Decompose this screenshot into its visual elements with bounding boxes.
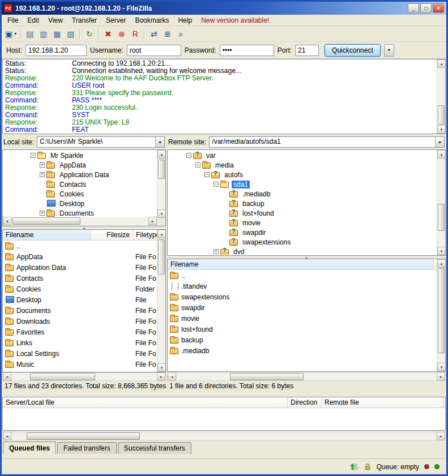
file-row[interactable]: swapextensions: [168, 291, 436, 302]
tree-item-label[interactable]: dvd: [232, 248, 246, 255]
expander-icon[interactable]: +: [40, 211, 45, 216]
toolbar-icon[interactable]: [98, 29, 99, 39]
scroll-down-button[interactable]: ▼: [437, 247, 446, 255]
file-row[interactable]: ..: [3, 241, 156, 251]
remote-list-vertical-scrollbar[interactable]: ▲ ▼: [437, 259, 445, 371]
expander-icon[interactable]: −: [31, 153, 36, 158]
scroll-right-button[interactable]: ►: [437, 432, 445, 440]
file-row[interactable]: Music File Folder: [3, 359, 156, 370]
expander-icon[interactable]: −: [214, 182, 219, 187]
expander-icon[interactable]: +: [40, 172, 45, 177]
expander-icon[interactable]: −: [204, 172, 210, 177]
scroll-left-button[interactable]: ◄: [168, 372, 176, 381]
toggle-local-tree-icon[interactable]: ▥: [37, 28, 50, 40]
file-row[interactable]: ..: [168, 270, 436, 281]
titlebar[interactable]: FZ 192.168.1.20 - root@192.168.1.20 - Fi…: [2, 2, 446, 15]
scroll-left-button[interactable]: ◄: [3, 217, 11, 225]
tree-item-label[interactable]: swapextensions: [241, 238, 292, 246]
tree-item-label[interactable]: sda1: [232, 181, 250, 188]
tree-item-label[interactable]: Contacts: [58, 181, 88, 188]
scroll-right-button[interactable]: ►: [157, 372, 165, 381]
scrollbar-thumb[interactable]: [30, 373, 95, 380]
quickconnect-button[interactable]: Quickconnect: [325, 44, 381, 57]
menu-item[interactable]: Help: [173, 15, 197, 25]
scroll-down-button[interactable]: ▼: [437, 363, 446, 371]
tree-item[interactable]: .mediadb: [168, 189, 436, 199]
tree-item[interactable]: − Mr Sparkle: [3, 151, 156, 160]
file-row[interactable]: Downloads File Folder: [3, 316, 156, 327]
toggle-remote-tree-icon[interactable]: ▦: [50, 28, 63, 40]
local-tree-vertical-scrollbar[interactable]: ▲ ▼: [157, 150, 165, 218]
tree-item[interactable]: movie: [168, 218, 436, 228]
expander-icon[interactable]: +: [214, 249, 219, 254]
file-row[interactable]: AppData File Folder: [3, 251, 156, 262]
tree-item[interactable]: swapdir: [168, 228, 436, 237]
column-header[interactable]: Direction: [288, 397, 322, 408]
port-input[interactable]: [295, 45, 319, 56]
file-row[interactable]: Links File Folder: [3, 337, 156, 348]
scroll-down-button[interactable]: ▼: [157, 363, 166, 372]
column-header[interactable]: Filename: [168, 259, 434, 270]
expander-icon[interactable]: −: [195, 162, 200, 168]
close-button[interactable]: ×: [433, 3, 444, 13]
cancel-icon[interactable]: ✖: [101, 28, 114, 40]
toolbar-icon[interactable]: [20, 29, 21, 39]
tree-item-label[interactable]: swapdir: [241, 229, 267, 237]
file-row[interactable]: Desktop File: [3, 294, 156, 305]
local-tree-horizontal-scrollbar[interactable]: ◄ ►: [3, 217, 157, 226]
combo-dropdown-icon[interactable]: ▾: [155, 137, 164, 147]
scrollbar-thumb[interactable]: [27, 432, 140, 440]
toolbar-icon[interactable]: [79, 29, 80, 39]
tree-item[interactable]: + Application Data: [3, 170, 156, 179]
tree-item-label[interactable]: .mediadb: [241, 190, 272, 198]
host-input[interactable]: [25, 45, 87, 56]
speed-limits-icon[interactable]: [349, 463, 359, 471]
scrollbar-thumb[interactable]: [438, 268, 445, 353]
tree-item-label[interactable]: lost+found: [241, 209, 276, 217]
scroll-up-button[interactable]: ▲: [157, 150, 166, 158]
menu-item[interactable]: Transfer: [67, 15, 101, 25]
tree-item-label[interactable]: backup: [241, 200, 266, 208]
column-header[interactable]: Filesize: [91, 230, 133, 241]
tree-item-label[interactable]: Documents: [58, 209, 96, 217]
tree-item[interactable]: + AppData: [3, 160, 156, 170]
column-header[interactable]: Filename: [3, 230, 91, 241]
remote-list-horizontal-scrollbar[interactable]: ◄ ►: [167, 372, 446, 381]
queue-horizontal-scrollbar[interactable]: ◄ ►: [2, 432, 446, 440]
menu-item[interactable]: View: [44, 15, 67, 25]
tree-item[interactable]: Contacts: [3, 179, 156, 189]
scroll-down-button[interactable]: ▼: [157, 209, 166, 218]
scroll-up-button[interactable]: ▲: [437, 259, 446, 268]
tree-item-label[interactable]: Cookies: [58, 190, 86, 198]
queue-tab[interactable]: Successful transfers: [118, 442, 191, 454]
column-header[interactable]: Server/Local file: [3, 397, 288, 408]
tree-item-label[interactable]: Mr Sparkle: [49, 152, 85, 160]
file-row[interactable]: movie: [168, 313, 436, 324]
file-row[interactable]: .titandev: [168, 281, 436, 291]
refresh-icon[interactable]: ↻: [83, 28, 96, 40]
file-row[interactable]: Documents File Folder: [3, 305, 156, 316]
minimize-button[interactable]: _: [408, 3, 419, 13]
remote-site-combobox[interactable]: /var/media/autofs/sda1 ▾: [209, 136, 445, 148]
scrollbar-thumb[interactable]: [158, 239, 165, 275]
file-row[interactable]: swapdir: [168, 302, 436, 313]
scroll-left-button[interactable]: ◄: [3, 372, 11, 381]
tree-item-label[interactable]: autofs: [223, 171, 245, 179]
menu-item[interactable]: New version available!: [197, 15, 274, 25]
file-row[interactable]: Cookies Folder: [3, 284, 156, 294]
file-row[interactable]: Favorites File Folder: [3, 327, 156, 337]
file-row[interactable]: .mediadb: [168, 345, 436, 356]
tree-item[interactable]: + Documents: [3, 208, 156, 218]
disconnect-icon[interactable]: ⊗: [115, 28, 128, 40]
scrollbar-thumb[interactable]: [438, 204, 445, 231]
tree-item-label[interactable]: Desktop: [58, 200, 86, 208]
scroll-right-button[interactable]: ►: [148, 217, 157, 225]
toolbar-icon[interactable]: [144, 29, 145, 39]
scroll-left-button[interactable]: ◄: [3, 432, 11, 440]
combo-dropdown-icon[interactable]: ▾: [435, 137, 444, 147]
tree-item-label[interactable]: var: [204, 152, 217, 160]
queue-tab[interactable]: Failed transfers: [57, 442, 117, 454]
menu-item[interactable]: Server: [101, 15, 130, 25]
tree-item[interactable]: Cookies: [3, 189, 156, 199]
site-manager-icon[interactable]: ▣ ▾: [4, 28, 18, 40]
